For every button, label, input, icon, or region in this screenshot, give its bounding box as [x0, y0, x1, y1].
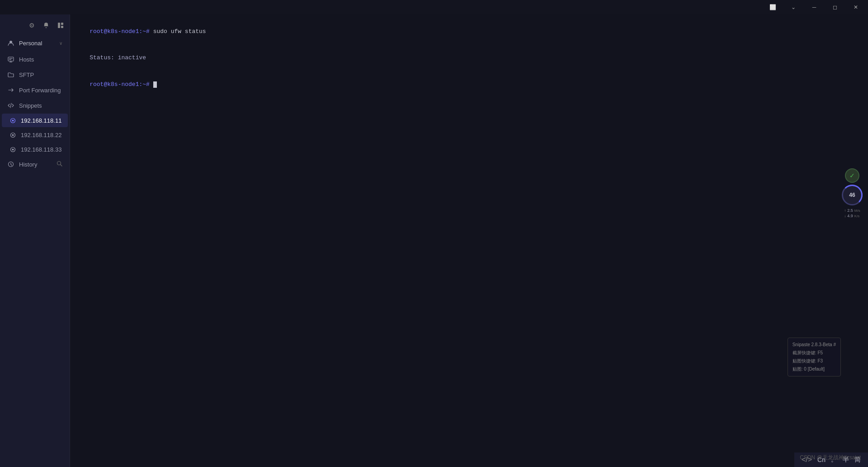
- svg-rect-1: [61, 23, 63, 25]
- hosts-label: Hosts: [19, 56, 62, 63]
- download-arrow-icon: ↓: [844, 214, 846, 218]
- svg-point-10: [12, 119, 14, 121]
- history-icon: [7, 161, 14, 168]
- svg-line-17: [61, 165, 62, 167]
- ip3-label: 192.168.118.33: [21, 146, 62, 153]
- upload-arrow-icon: ↑: [844, 209, 846, 213]
- sidebar-top-icons: ⚙: [0, 18, 70, 34]
- personal-arrow: ∨: [59, 41, 62, 46]
- ip3-icon: [9, 146, 16, 153]
- port-forwarding-icon: [7, 86, 14, 94]
- sidebar-item-snippets[interactable]: Snippets: [2, 98, 68, 113]
- svg-rect-2: [61, 26, 63, 28]
- svg-rect-4: [8, 57, 14, 61]
- gear-icon[interactable]: ⚙: [26, 20, 37, 31]
- sidebar-item-ip3[interactable]: 192.168.118.33: [2, 143, 68, 156]
- svg-point-14: [12, 148, 14, 150]
- snipaste-shortcut3: 贴图: 0 [Default]: [793, 365, 836, 373]
- sidebar-item-ip2[interactable]: 192.168.118.22: [2, 128, 68, 142]
- history-search-icon[interactable]: [57, 161, 62, 168]
- snipaste-shortcut1: 截屏快捷键: F5: [793, 349, 836, 357]
- sftp-label: SFTP: [19, 71, 62, 78]
- ip1-label: 192.168.118.11: [21, 117, 62, 124]
- snipaste-overlay: Snipaste 2.8.3-Beta # 截屏快捷键: F5 贴图快捷键: F…: [788, 338, 841, 376]
- sidebar-item-ip1[interactable]: 192.168.118.11: [2, 114, 68, 127]
- sidebar: ⚙ Personal ∨: [0, 14, 70, 467]
- upload-unit: M/s: [854, 209, 860, 213]
- cpu-monitor[interactable]: 46: [842, 185, 863, 205]
- download-value: 4.9: [847, 214, 853, 218]
- sidebar-item-hosts[interactable]: Hosts: [2, 52, 68, 67]
- ip2-icon: [9, 131, 16, 138]
- bell-icon[interactable]: [41, 20, 52, 31]
- personal-icon: [7, 39, 14, 47]
- ip1-icon: [9, 117, 16, 124]
- svg-point-12: [12, 134, 14, 136]
- ip2-label: 192.168.118.22: [21, 132, 62, 138]
- upload-value: 2.5: [847, 208, 853, 213]
- port-forwarding-label: Port Forwarding: [19, 87, 62, 94]
- network-monitor: ↑ 2.5 M/s ↓ 4.9 K/s: [844, 208, 860, 218]
- sidebar-item-sftp[interactable]: SFTP: [2, 67, 68, 82]
- maximize-button[interactable]: ◻: [825, 0, 845, 14]
- hosts-icon: [7, 56, 14, 63]
- close-button[interactable]: ✕: [845, 0, 866, 14]
- shield-status-icon[interactable]: ✓: [845, 168, 859, 183]
- history-label: History: [19, 161, 52, 168]
- terminal-line-3: root@k8s-node1:~#: [75, 71, 863, 98]
- sidebar-item-history[interactable]: History: [2, 157, 68, 172]
- sidebar-item-port-forwarding[interactable]: Port Forwarding: [2, 83, 68, 97]
- snipaste-shortcut2: 贴图快捷键: F3: [793, 357, 836, 365]
- terminal-line-1: root@k8s-node1:~# sudo ufw status: [75, 18, 863, 45]
- layout-icon[interactable]: [55, 20, 66, 31]
- chevron-button[interactable]: ⌄: [783, 0, 804, 14]
- csdn-watermark: CSDN @天龙战神tlzsaiot: [800, 454, 861, 462]
- snippets-label: Snippets: [19, 102, 62, 109]
- snipaste-title: Snipaste 2.8.3-Beta #: [793, 341, 836, 349]
- cursor: [153, 81, 157, 88]
- restore-button[interactable]: ⬜: [762, 0, 783, 14]
- prompt-1: root@k8s-node1:~#: [90, 28, 153, 35]
- personal-label: Personal: [19, 40, 55, 47]
- system-tray: ✓ 46 ↑ 2.5 M/s ↓ 4.9 K/s: [836, 14, 868, 218]
- cpu-value: 46: [849, 192, 855, 198]
- snippets-icon: [7, 102, 14, 109]
- terminal-area[interactable]: root@k8s-node1:~# sudo ufw status Status…: [70, 14, 868, 467]
- minimize-button[interactable]: ─: [804, 0, 825, 14]
- terminal-output-1: Status: inactive: [75, 45, 863, 71]
- net-download-row: ↓ 4.9 K/s: [844, 214, 859, 218]
- net-upload-row: ↑ 2.5 M/s: [844, 208, 860, 213]
- sidebar-personal[interactable]: Personal ∨: [2, 35, 68, 51]
- svg-rect-6: [9, 59, 11, 60]
- prompt-2: root@k8s-node1:~#: [90, 81, 153, 88]
- download-unit: K/s: [854, 214, 860, 218]
- svg-rect-5: [9, 58, 13, 59]
- svg-rect-0: [58, 23, 60, 28]
- sftp-icon: [7, 71, 14, 78]
- titlebar: ⬜ ⌄ ─ ◻ ✕: [0, 0, 868, 14]
- command-1: sudo ufw status: [153, 28, 206, 35]
